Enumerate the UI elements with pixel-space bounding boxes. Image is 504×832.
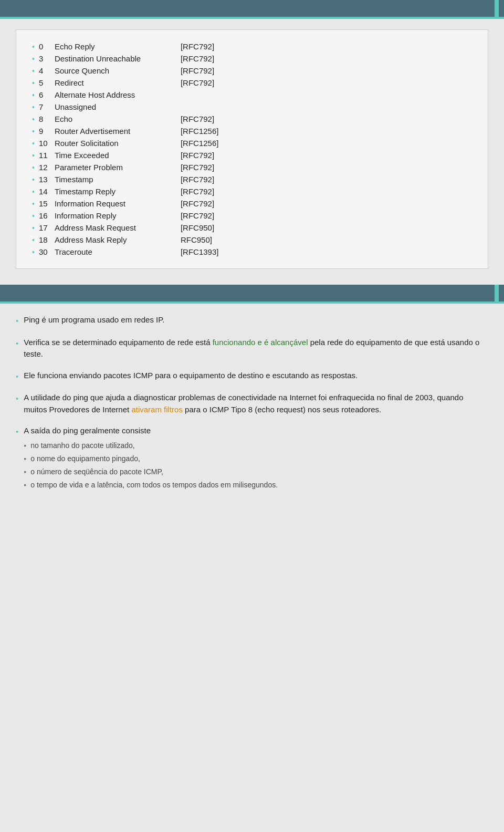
icmp-name: Echo Reply xyxy=(55,42,181,51)
icmp-number: 12 xyxy=(39,163,55,172)
icmp-number: 11 xyxy=(39,151,55,160)
list-item: •Verifica se se determinado equipamento … xyxy=(16,337,488,360)
icmp-name: Address Mask Reply xyxy=(55,235,181,244)
list-item: •A utilidade do ping que ajuda a diagnos… xyxy=(16,392,488,415)
icmp-section-header xyxy=(0,0,504,19)
icmp-name: Timestamp Reply xyxy=(55,187,181,196)
table-row: •9Router Advertisement[RFC1256] xyxy=(32,125,472,137)
sub-item-text: no tamanho do pacote utilizado, xyxy=(30,440,134,451)
icmp-number: 13 xyxy=(39,175,55,184)
table-row: •11Time Exceeded[RFC792] xyxy=(32,149,472,161)
ping-item-text: Ele funciona enviando pacotes ICMP para … xyxy=(24,370,488,382)
icmp-rfc: [RFC792] xyxy=(181,151,214,160)
list-item: ▪o nome do equipamento pingado, xyxy=(24,453,488,464)
icmp-name: Router Solicitation xyxy=(55,139,181,148)
list-bullet: • xyxy=(32,55,35,63)
sub-bullet: ▪ xyxy=(24,480,26,491)
icmp-number: 7 xyxy=(39,102,55,111)
ping-sub-list: ▪no tamanho do pacote utilizado,▪o nome … xyxy=(24,440,488,491)
icmp-content-box: •0Echo Reply[RFC792]•3Destination Unreac… xyxy=(16,29,488,269)
sub-bullet: ▪ xyxy=(24,440,26,451)
table-row: •6Alternate Host Address xyxy=(32,89,472,101)
list-item: •Ele funciona enviando pacotes ICMP para… xyxy=(16,370,488,383)
ping-bullet: • xyxy=(16,426,18,438)
list-bullet: • xyxy=(32,236,35,244)
icmp-rfc: [RFC792] xyxy=(181,78,214,87)
sub-bullet: ▪ xyxy=(24,453,26,464)
list-bullet: • xyxy=(32,175,35,184)
list-bullet: • xyxy=(32,163,35,172)
icmp-name: Source Quench xyxy=(55,66,181,75)
list-item: •Ping é um programa usado em redes IP. xyxy=(16,314,488,327)
list-bullet: • xyxy=(32,139,35,148)
icmp-section: •0Echo Reply[RFC792]•3Destination Unreac… xyxy=(0,0,504,269)
highlight-green: funcionando e é alcançável xyxy=(213,338,308,347)
icmp-number: 16 xyxy=(39,211,55,220)
table-row: •18Address Mask ReplyRFC950] xyxy=(32,234,472,246)
icmp-rfc: [RFC792] xyxy=(181,115,214,123)
table-row: •4Source Quench[RFC792] xyxy=(32,65,472,77)
ping-list: •Ping é um programa usado em redes IP.•V… xyxy=(16,314,488,493)
table-row: •17Address Mask Request[RFC950] xyxy=(32,222,472,234)
ping-bullet: • xyxy=(16,338,18,350)
ping-item-text: Verifica se se determinado equipamento d… xyxy=(24,337,488,360)
page: •0Echo Reply[RFC792]•3Destination Unreac… xyxy=(0,0,504,518)
icmp-list: •0Echo Reply[RFC792]•3Destination Unreac… xyxy=(32,40,472,258)
table-row: •3Destination Unreachable[RFC792] xyxy=(32,53,472,65)
icmp-number: 4 xyxy=(39,66,55,75)
list-bullet: • xyxy=(32,67,35,75)
icmp-rfc: [RFC1256] xyxy=(181,139,219,148)
ping-content: •Ping é um programa usado em redes IP.•V… xyxy=(0,304,504,518)
icmp-rfc: RFC950] xyxy=(181,235,212,244)
icmp-rfc: [RFC950] xyxy=(181,223,214,232)
list-bullet: • xyxy=(32,127,35,136)
table-row: •14Timestamp Reply[RFC792] xyxy=(32,185,472,197)
icmp-number: 9 xyxy=(39,127,55,136)
icmp-rfc: [RFC792] xyxy=(181,163,214,172)
list-bullet: • xyxy=(32,224,35,232)
icmp-name: Parameter Problem xyxy=(55,163,181,172)
icmp-name: Information Reply xyxy=(55,211,181,220)
table-row: •0Echo Reply[RFC792] xyxy=(32,40,472,53)
list-item: ▪o número de seqüência do pacote ICMP, xyxy=(24,466,488,477)
icmp-name: Echo xyxy=(55,115,181,123)
icmp-number: 5 xyxy=(39,78,55,87)
ping-section: •Ping é um programa usado em redes IP.•V… xyxy=(0,285,504,518)
icmp-name: Address Mask Request xyxy=(55,223,181,232)
icmp-name: Alternate Host Address xyxy=(55,90,181,99)
list-item: •A saída do ping geralmente consiste▪no … xyxy=(16,425,488,493)
list-bullet: • xyxy=(32,43,35,51)
icmp-rfc: [RFC1256] xyxy=(181,127,219,136)
icmp-rfc: [RFC792] xyxy=(181,66,214,75)
list-bullet: • xyxy=(32,248,35,256)
table-row: •10Router Solicitation[RFC1256] xyxy=(32,137,472,149)
icmp-rfc: [RFC792] xyxy=(181,211,214,220)
icmp-rfc: [RFC792] xyxy=(181,199,214,208)
icmp-name: Traceroute xyxy=(55,247,181,256)
table-row: •30Traceroute[RFC1393] xyxy=(32,246,472,258)
ping-item-text: Ping é um programa usado em redes IP. xyxy=(24,314,488,326)
list-bullet: • xyxy=(32,103,35,111)
icmp-rfc: [RFC792] xyxy=(181,187,214,196)
sub-item-text: o nome do equipamento pingado, xyxy=(30,453,140,464)
icmp-name: Router Advertisement xyxy=(55,127,181,136)
sub-item-text: o tempo de vida e a latência, com todos … xyxy=(30,480,278,491)
icmp-name: Timestamp xyxy=(55,175,181,184)
icmp-number: 15 xyxy=(39,199,55,208)
list-bullet: • xyxy=(32,91,35,99)
list-bullet: • xyxy=(32,115,35,123)
list-bullet: • xyxy=(32,79,35,87)
ping-accent-bar xyxy=(495,285,499,304)
icmp-number: 14 xyxy=(39,187,55,196)
table-row: •13Timestamp[RFC792] xyxy=(32,173,472,185)
ping-sub-intro: A saída do ping geralmente consiste xyxy=(24,426,151,435)
ping-section-header xyxy=(0,285,504,304)
table-row: •15Information Request[RFC792] xyxy=(32,197,472,210)
icmp-rfc: [RFC792] xyxy=(181,54,214,63)
sub-item-text: o número de seqüência do pacote ICMP, xyxy=(30,466,163,477)
icmp-name: Destination Unreachable xyxy=(55,54,181,63)
icmp-rfc: [RFC792] xyxy=(181,42,214,51)
ping-bullet: • xyxy=(16,371,18,383)
icmp-name: Time Exceeded xyxy=(55,151,181,160)
icmp-name: Information Request xyxy=(55,199,181,208)
